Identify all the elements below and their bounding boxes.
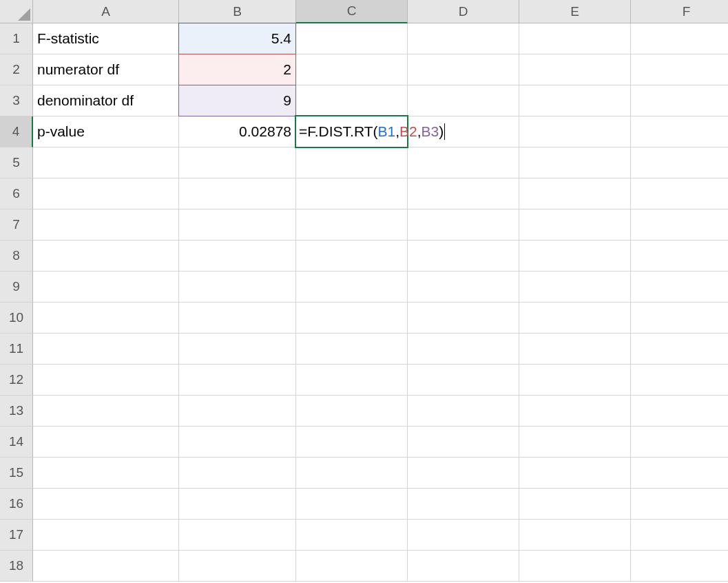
cell-A8[interactable]: [33, 241, 179, 272]
cell-B4[interactable]: 0.02878: [179, 116, 296, 147]
cell-E14[interactable]: [519, 427, 631, 458]
row-header-10[interactable]: 10: [0, 303, 33, 334]
cell-F1[interactable]: [631, 23, 728, 54]
cell-E13[interactable]: [519, 396, 631, 427]
cell-E11[interactable]: [519, 334, 631, 365]
col-header-C[interactable]: C: [296, 0, 408, 23]
cell-B1[interactable]: 5.4: [179, 23, 296, 54]
col-header-A[interactable]: A: [33, 0, 179, 23]
row-header-2[interactable]: 2: [0, 54, 33, 85]
cell-A2[interactable]: numerator df: [33, 54, 179, 85]
cell-F3[interactable]: [631, 85, 728, 116]
row-header-7[interactable]: 7: [0, 209, 33, 241]
cell-C17[interactable]: [296, 520, 408, 551]
row-header-15[interactable]: 15: [0, 458, 33, 489]
cell-C2[interactable]: [296, 54, 408, 85]
cell-B10[interactable]: [179, 303, 296, 334]
cell-D5[interactable]: [408, 147, 519, 178]
cell-C6[interactable]: [296, 178, 408, 209]
cell-B7[interactable]: [179, 209, 296, 241]
row-header-3[interactable]: 3: [0, 85, 33, 116]
cell-C11[interactable]: [296, 334, 408, 365]
cell-E3[interactable]: [519, 85, 631, 116]
cell-D17[interactable]: [408, 520, 519, 551]
formula-editor[interactable]: =F.DIST.RT(B1, B2, B3): [299, 116, 445, 147]
cell-D2[interactable]: [408, 54, 519, 85]
cell-E16[interactable]: [519, 489, 631, 520]
cell-F10[interactable]: [631, 303, 728, 334]
cell-B11[interactable]: [179, 334, 296, 365]
cell-E18[interactable]: [519, 551, 631, 582]
row-header-6[interactable]: 6: [0, 178, 33, 209]
cell-B3[interactable]: 9: [179, 85, 296, 116]
cell-D1[interactable]: [408, 23, 519, 54]
cell-D10[interactable]: [408, 303, 519, 334]
cell-C10[interactable]: [296, 303, 408, 334]
cell-A11[interactable]: [33, 334, 179, 365]
cell-F6[interactable]: [631, 178, 728, 209]
cell-B9[interactable]: [179, 272, 296, 303]
cell-A17[interactable]: [33, 520, 179, 551]
cell-E17[interactable]: [519, 520, 631, 551]
row-header-13[interactable]: 13: [0, 396, 33, 427]
cell-F4[interactable]: [631, 116, 728, 147]
cell-E6[interactable]: [519, 178, 631, 209]
cell-A10[interactable]: [33, 303, 179, 334]
cell-C13[interactable]: [296, 396, 408, 427]
row-header-8[interactable]: 8: [0, 241, 33, 272]
cell-F5[interactable]: [631, 147, 728, 178]
cell-B17[interactable]: [179, 520, 296, 551]
cell-F8[interactable]: [631, 241, 728, 272]
cell-E2[interactable]: [519, 54, 631, 85]
cell-D9[interactable]: [408, 272, 519, 303]
cell-B16[interactable]: [179, 489, 296, 520]
cell-B13[interactable]: [179, 396, 296, 427]
cell-F17[interactable]: [631, 520, 728, 551]
cell-A15[interactable]: [33, 458, 179, 489]
cell-D6[interactable]: [408, 178, 519, 209]
cell-C3[interactable]: [296, 85, 408, 116]
cell-A1[interactable]: F-statistic: [33, 23, 179, 54]
cell-F11[interactable]: [631, 334, 728, 365]
cell-D3[interactable]: [408, 85, 519, 116]
cell-A6[interactable]: [33, 178, 179, 209]
cell-B2[interactable]: 2: [179, 54, 296, 85]
cell-D15[interactable]: [408, 458, 519, 489]
row-header-18[interactable]: 18: [0, 551, 33, 582]
cell-D8[interactable]: [408, 241, 519, 272]
cell-C1[interactable]: [296, 23, 408, 54]
cell-B15[interactable]: [179, 458, 296, 489]
cell-F14[interactable]: [631, 427, 728, 458]
cell-A12[interactable]: [33, 365, 179, 396]
row-header-1[interactable]: 1: [0, 23, 33, 54]
col-header-F[interactable]: F: [631, 0, 728, 23]
spreadsheet-grid[interactable]: A B C D E F 1 F-statistic 5.4 2 numerato…: [0, 0, 728, 582]
cell-A14[interactable]: [33, 427, 179, 458]
row-header-16[interactable]: 16: [0, 489, 33, 520]
col-header-E[interactable]: E: [519, 0, 631, 23]
col-header-B[interactable]: B: [179, 0, 296, 23]
cell-F7[interactable]: [631, 209, 728, 241]
cell-D18[interactable]: [408, 551, 519, 582]
cell-D16[interactable]: [408, 489, 519, 520]
cell-C15[interactable]: [296, 458, 408, 489]
cell-E15[interactable]: [519, 458, 631, 489]
cell-D13[interactable]: [408, 396, 519, 427]
cell-A16[interactable]: [33, 489, 179, 520]
cell-D12[interactable]: [408, 365, 519, 396]
row-header-11[interactable]: 11: [0, 334, 33, 365]
cell-A4[interactable]: p-value: [33, 116, 179, 147]
cell-C4[interactable]: =F.DIST.RT(B1, B2, B3): [296, 116, 408, 147]
cell-C18[interactable]: [296, 551, 408, 582]
cell-E1[interactable]: [519, 23, 631, 54]
cell-E12[interactable]: [519, 365, 631, 396]
cell-B8[interactable]: [179, 241, 296, 272]
row-header-9[interactable]: 9: [0, 272, 33, 303]
col-header-D[interactable]: D: [408, 0, 519, 23]
cell-E8[interactable]: [519, 241, 631, 272]
cell-F15[interactable]: [631, 458, 728, 489]
cell-F18[interactable]: [631, 551, 728, 582]
cell-C9[interactable]: [296, 272, 408, 303]
cell-A13[interactable]: [33, 396, 179, 427]
cell-E4[interactable]: [519, 116, 631, 147]
